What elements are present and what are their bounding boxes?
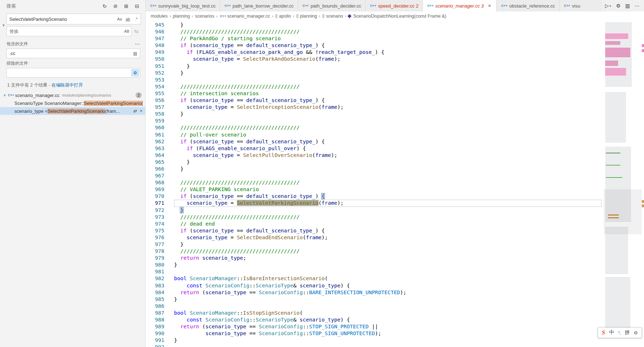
minimap-slider[interactable] <box>604 189 642 234</box>
files-to-exclude-input[interactable] <box>9 70 131 75</box>
code-line[interactable]: } <box>174 296 602 303</box>
code-line[interactable]: } <box>174 262 602 268</box>
files-to-include-input[interactable] <box>9 51 131 56</box>
clear-search-results-icon[interactable]: ⊘ <box>111 2 119 10</box>
ime-punctuation[interactable]: °, <box>618 330 621 335</box>
code-line[interactable]: } <box>174 337 602 344</box>
ime-chinese-mode[interactable]: 中 <box>609 329 614 336</box>
settings-gear-icon[interactable]: ⚙ <box>616 3 621 9</box>
replace-match-icon[interactable]: ⇄ <box>133 108 137 114</box>
code-line[interactable]: } <box>174 166 602 172</box>
code-line[interactable]: ////////////////////////////////////// <box>174 124 602 131</box>
code-line[interactable]: } <box>174 70 602 77</box>
breadcrumb-item[interactable]: {}planning <box>296 14 317 19</box>
code-line[interactable]: return (scenario_type == ScenarioConfig:… <box>174 323 602 330</box>
code-line[interactable]: } <box>174 207 602 214</box>
breadcrumb-item[interactable]: modules <box>151 14 168 19</box>
open-in-editor-link[interactable]: 在编辑器中打开 <box>51 83 83 88</box>
code-line[interactable]: // dead end <box>174 221 602 227</box>
breadcrumb-item[interactable]: scenarios <box>195 14 214 19</box>
code-line[interactable] <box>174 117 602 124</box>
code-line[interactable] <box>174 77 602 83</box>
sogou-logo-icon[interactable]: S <box>602 329 605 336</box>
open-search-editor-icon[interactable]: ⊞ <box>122 2 130 10</box>
toggle-replace-chevron-icon[interactable]: ∨ <box>1 14 6 36</box>
breadcrumb-item[interactable]: C++scenario_manager.cc <box>219 14 270 19</box>
code-line[interactable]: ////////////////////////////////////// <box>174 28 602 35</box>
code-line[interactable]: } <box>174 63 602 70</box>
code-line[interactable] <box>174 303 602 310</box>
preserve-case-icon[interactable]: AB <box>123 28 131 35</box>
code-line[interactable]: bool ScenarioManager::IsBareIntersection… <box>174 275 602 282</box>
result-match-row[interactable]: ScenarioType ScenarioManager::SelectVale… <box>0 99 145 107</box>
code-line[interactable]: if (FLAGS_enable_scenario_pull_over) { <box>174 145 602 152</box>
code-line[interactable]: scenario_type == ScenarioConfig::STOP_SI… <box>174 330 602 337</box>
tab-sunnyvale_big_loop_test.cc[interactable]: C++sunnyvale_big_loop_test.cc <box>146 0 220 11</box>
code-line[interactable] <box>174 268 602 275</box>
code-line[interactable]: return scenario_type; <box>174 255 602 262</box>
code-line[interactable]: } <box>174 241 602 248</box>
code-line[interactable]: ////////////////////////////////////// <box>174 179 602 186</box>
breadcrumb-item[interactable]: ScenarioDispatchNonLearning(const Frame … <box>348 14 446 19</box>
code-line[interactable]: if (scenario_type == default_scenario_ty… <box>174 227 602 234</box>
ime-pinyin[interactable]: 拼 <box>625 329 630 336</box>
code-line[interactable]: } <box>174 159 602 166</box>
code-line[interactable]: scenario_type = SelectPullOverScenario(f… <box>174 152 602 159</box>
code-line[interactable]: // VALET_PARKING scenario <box>174 186 602 193</box>
code-line[interactable]: scenario_type = SelectParkAndGoScenario(… <box>174 56 602 63</box>
tab-scenario_manager.cc-3[interactable]: C++scenario_manager.cc 3× <box>423 0 497 11</box>
breadcrumb-item[interactable]: {}scenario <box>322 14 343 19</box>
tab-path_lane_borrow_decider.cc[interactable]: C++path_lane_borrow_decider.cc <box>220 0 298 11</box>
more-actions-icon[interactable]: ⋯ <box>635 3 640 9</box>
code-line[interactable]: // ParkAndGo / starting scenario <box>174 35 602 42</box>
code-line[interactable]: if (FLAGS_enable_scenario_park_and_go &&… <box>174 49 602 56</box>
code-line[interactable]: if (scenario_type == default_scenario_ty… <box>174 193 602 200</box>
line-number: 979 <box>146 255 164 262</box>
code-line[interactable] <box>174 344 602 347</box>
ime-settings-icon[interactable]: ⚙ <box>634 330 638 336</box>
code-line[interactable]: const ScenarioConfig::ScenarioType& scen… <box>174 282 602 289</box>
result-file-row[interactable]: ∨ C++ scenario_manager.cc modules/planni… <box>0 91 145 99</box>
code-line[interactable]: ////////////////////////////////////// <box>174 214 602 221</box>
breadcrumb-item[interactable]: planning <box>173 14 190 19</box>
search-input[interactable] <box>9 17 116 22</box>
whole-word-icon[interactable]: ab <box>124 15 132 23</box>
code-line[interactable]: return (scenario_type == ScenarioConfig:… <box>174 289 602 296</box>
tab-path_bounds_decider.cc[interactable]: C++path_bounds_decider.cc <box>298 0 366 11</box>
code-line[interactable]: if (scenario_type == default_scenario_ty… <box>174 138 602 145</box>
toggle-search-details-icon[interactable]: ⋯ <box>134 41 141 47</box>
run-button[interactable]: ▷ ∨ <box>605 3 612 9</box>
minimap[interactable] <box>604 20 642 347</box>
dismiss-match-icon[interactable]: × <box>140 108 142 114</box>
code-line[interactable]: // intersection scenarios <box>174 90 602 97</box>
match-case-icon[interactable]: Aa <box>116 15 123 23</box>
code-line[interactable]: if (scenario_type == default_scenario_ty… <box>174 97 602 104</box>
code-line[interactable]: const ScenarioConfig::ScenarioType& scen… <box>174 316 602 323</box>
code-line[interactable]: ////////////////////////////////////// <box>174 248 602 255</box>
tab-obstacle_reference.cc[interactable]: C++obstacle_reference.cc <box>497 0 559 11</box>
result-match-row-selected[interactable]: scenario_type = SelectValetParkingScenar… <box>0 107 145 115</box>
replace-input[interactable] <box>9 29 123 34</box>
code-line[interactable]: } <box>174 22 602 28</box>
exclude-settings-gear-icon[interactable]: ⚙ <box>131 69 139 77</box>
split-editor-icon[interactable]: ▥ <box>625 3 630 9</box>
search-open-editors-icon[interactable]: ▤ <box>131 50 139 57</box>
code-line[interactable]: scenario_type = SelectInterceptionScenar… <box>174 104 602 111</box>
code-line[interactable]: scenario_type = SelectDeadEndScenario(fr… <box>174 234 602 241</box>
code-line[interactable]: ////////////////////////////////////// <box>174 83 602 90</box>
regex-icon[interactable]: .* <box>132 15 140 23</box>
code-line[interactable]: // pull-over scenario <box>174 131 602 138</box>
breadcrumb-item[interactable]: {}apollo <box>275 14 291 19</box>
overview-ruler[interactable] <box>642 20 644 347</box>
tab-speed_decider.cc-2[interactable]: C++speed_decider.cc 2 <box>366 0 423 11</box>
collapse-all-icon[interactable]: ⊟ <box>133 2 141 10</box>
code-line[interactable]: if (scenario_type == default_scenario_ty… <box>174 42 602 49</box>
tab-visu[interactable]: C++visu <box>559 0 602 11</box>
code-line[interactable]: } <box>174 111 602 117</box>
refresh-icon[interactable]: ↻ <box>101 2 109 10</box>
replace-all-icon[interactable]: ⇆ <box>132 28 141 34</box>
code-line[interactable]: bool ScenarioManager::IsStopSignScenario… <box>174 310 602 316</box>
code-line[interactable]: scenario_type = SelectValetParkingScenar… <box>174 200 602 207</box>
close-icon[interactable]: × <box>487 3 492 9</box>
code-line[interactable] <box>174 172 602 179</box>
